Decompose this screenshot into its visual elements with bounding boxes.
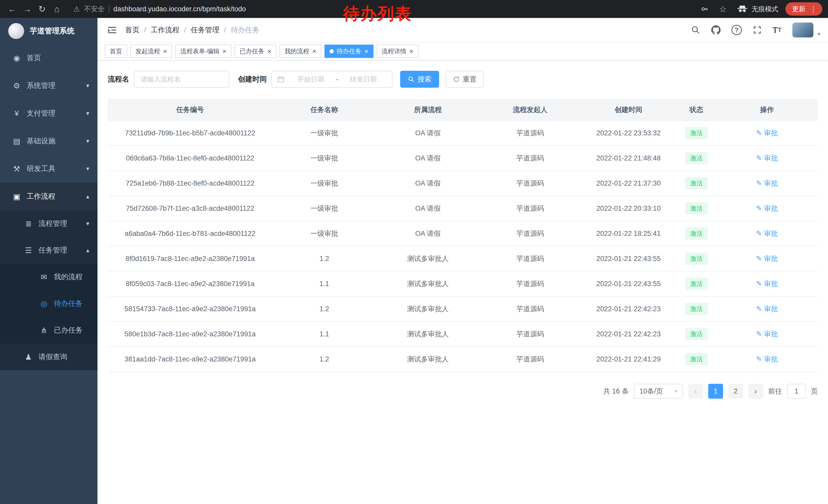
update-button[interactable]: 更新 ⋮: [785, 2, 822, 16]
date-range-picker[interactable]: 开始日期 - 结束日期: [272, 71, 392, 88]
menu-label: 流程管理: [38, 219, 67, 228]
page-1-button[interactable]: 1: [708, 384, 723, 399]
cell-task-id: a6aba0a4-7b6d-11ec-b781-acde48001122: [108, 221, 273, 246]
tab-home[interactable]: 首页: [105, 45, 127, 58]
chevron-down-icon: ▾: [86, 165, 89, 172]
close-icon[interactable]: ×: [365, 48, 368, 55]
table-row: 8f0d1619-7ac8-11ec-a9e2-a2380e71991a 1.2…: [108, 246, 818, 271]
cell-task-name: 一级审批: [273, 146, 376, 171]
caret-down-icon[interactable]: ▾: [818, 31, 820, 37]
bookmark-star-icon[interactable]: ☆: [716, 2, 730, 16]
sidebar-toggle-icon[interactable]: [107, 25, 118, 35]
approve-link[interactable]: ✎审批: [756, 279, 778, 288]
approve-link[interactable]: ✎审批: [756, 329, 778, 339]
tab-label: 我的流程: [285, 47, 309, 55]
message-icon: ✉: [38, 273, 50, 281]
home-icon[interactable]: ⌂: [50, 2, 64, 16]
cell-task-name: 一级审批: [273, 196, 376, 221]
close-icon[interactable]: ×: [313, 48, 316, 55]
app-title: 芋道管理系统: [30, 26, 74, 36]
url-text[interactable]: dashboard.yudao.iocoder.cn/bpm/task/todo: [113, 5, 246, 13]
page-2-button[interactable]: 2: [728, 384, 743, 399]
next-page-button[interactable]: ›: [748, 384, 763, 399]
breadcrumb-item-workflow[interactable]: 工作流程: [151, 25, 179, 35]
font-size-icon[interactable]: TT: [773, 25, 782, 35]
approve-link[interactable]: ✎审批: [756, 129, 778, 138]
cell-task-name: 1.2: [273, 347, 376, 372]
process-name-label: 流程名: [108, 74, 129, 84]
app-header: 首页 / 工作流程 / 任务管理 / 待办任务: [97, 18, 828, 43]
approve-link[interactable]: ✎审批: [756, 229, 778, 238]
table-row: 58154733-7ac8-11ec-a9e2-a2380e71991a 1.2…: [108, 296, 818, 321]
prev-page-button[interactable]: ‹: [688, 384, 703, 399]
menu-label: 我的流程: [54, 272, 83, 282]
sidebar-item-payment[interactable]: ¥ 支付管理 ▾: [0, 99, 97, 127]
breadcrumb: 首页 / 工作流程 / 任务管理 / 待办任务: [125, 25, 259, 35]
chevron-up-icon: ▴: [86, 246, 89, 254]
gear-icon: ⚙: [11, 81, 23, 90]
goto-page-input[interactable]: [787, 384, 806, 399]
tab-process-detail[interactable]: 流程详情 ×: [377, 45, 418, 58]
edit-icon: ✎: [756, 280, 762, 288]
breadcrumb-item-task-management[interactable]: 任务管理: [191, 25, 219, 35]
approve-link[interactable]: ✎审批: [756, 254, 778, 263]
reload-icon[interactable]: ↻: [35, 2, 49, 16]
search-icon[interactable]: [691, 26, 700, 35]
forward-icon[interactable]: →: [20, 2, 34, 16]
close-icon[interactable]: ×: [267, 48, 271, 55]
cell-process: OA 请假: [376, 146, 480, 171]
tab-done-tasks[interactable]: 已办任务 ×: [235, 45, 276, 58]
breadcrumb-item-current: 待办任务: [231, 25, 259, 35]
tab-start-process[interactable]: 发起流程 ×: [130, 45, 172, 58]
sidebar-item-system[interactable]: ⚙ 系统管理 ▾: [0, 72, 97, 99]
tab-my-process[interactable]: 我的流程 ×: [280, 45, 321, 58]
github-icon[interactable]: [711, 25, 721, 35]
back-icon[interactable]: ←: [6, 2, 19, 16]
fullscreen-icon[interactable]: [753, 26, 762, 35]
page-size-select[interactable]: 10条/页 ▾: [634, 384, 683, 399]
grid-icon: ▤: [11, 137, 23, 146]
sidebar-item-devtools[interactable]: ⚒ 研发工具 ▾: [0, 155, 97, 183]
key-icon[interactable]: [700, 5, 709, 13]
close-icon[interactable]: ×: [222, 48, 226, 55]
column-header-initiator: 流程发起人: [480, 99, 580, 121]
sidebar-item-process-management[interactable]: ≣ 流程管理 ▾: [0, 210, 97, 237]
approve-link[interactable]: ✎审批: [756, 179, 778, 188]
chevron-down-icon: ▾: [86, 110, 89, 117]
sidebar-item-todo-tasks[interactable]: ◎ 待办任务: [0, 290, 97, 317]
question-icon[interactable]: ?: [732, 25, 742, 35]
sidebar-item-workflow[interactable]: ▣ 工作流程 ▴: [0, 183, 97, 210]
breadcrumb-item-home[interactable]: 首页: [125, 25, 139, 35]
cell-action: ✎审批: [716, 296, 818, 321]
sidebar-item-task-management[interactable]: ☰ 任务管理 ▴: [0, 237, 97, 264]
sidebar-item-home[interactable]: ◉ 首页: [0, 44, 97, 72]
close-icon[interactable]: ×: [163, 48, 167, 55]
sidebar-item-my-process[interactable]: ✉ 我的流程: [0, 264, 97, 290]
avatar[interactable]: [792, 22, 813, 37]
cell-created: 2022-01-21 22:43:55: [580, 246, 676, 271]
close-icon[interactable]: ×: [409, 48, 413, 55]
process-name-input[interactable]: [134, 71, 229, 88]
tab-label: 首页: [110, 47, 122, 55]
cell-status: 激活: [676, 121, 716, 146]
reset-button[interactable]: 重置: [446, 71, 484, 88]
approve-link[interactable]: ✎审批: [756, 355, 778, 364]
warning-icon: ⚠: [73, 5, 80, 13]
cell-process: 测试多审批人: [376, 271, 480, 296]
sidebar: 芋道管理系统 ◉ 首页 ⚙ 系统管理 ▾ ¥ 支付管理 ▾ ▤ 基础设施 ▾: [0, 18, 97, 504]
menu-dots-icon[interactable]: ⋮: [810, 5, 817, 13]
tab-process-form-edit[interactable]: 流程表单-编辑 ×: [175, 45, 232, 58]
cell-action: ✎审批: [716, 271, 818, 296]
approve-link[interactable]: ✎审批: [756, 304, 778, 314]
sidebar-item-leave-query[interactable]: ♟ 请假查询: [0, 343, 97, 370]
tab-todo-tasks[interactable]: 待办任务 ×: [325, 45, 373, 58]
edit-icon: ✎: [756, 355, 762, 363]
end-date-placeholder: 结束日期: [340, 75, 387, 84]
approve-link[interactable]: ✎审批: [756, 153, 778, 163]
search-button[interactable]: 搜索: [400, 71, 439, 88]
sidebar-item-done-tasks[interactable]: ⋔ 已办任务: [0, 317, 97, 343]
active-dot-icon: [330, 49, 334, 53]
approve-link[interactable]: ✎审批: [756, 204, 778, 213]
sidebar-item-infrastructure[interactable]: ▤ 基础设施 ▾: [0, 127, 97, 155]
cell-action: ✎审批: [716, 171, 818, 196]
